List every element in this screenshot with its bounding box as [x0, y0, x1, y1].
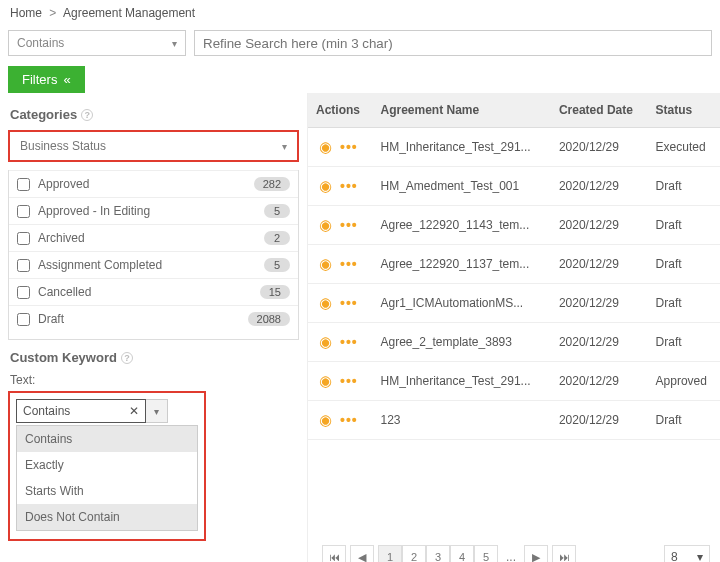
categories-title: Categories ?	[10, 107, 299, 122]
more-actions-icon[interactable]: •••	[340, 139, 358, 155]
search-mode-value: Contains	[17, 36, 64, 50]
more-actions-icon[interactable]: •••	[340, 295, 358, 311]
more-actions-icon[interactable]: •••	[340, 334, 358, 350]
page-next-button[interactable]: ▶	[524, 545, 548, 562]
help-icon[interactable]: ?	[81, 109, 93, 121]
view-icon[interactable]: ◉	[316, 333, 334, 351]
cell-date: 2020/12/29	[551, 167, 648, 206]
table-row[interactable]: ◉•••Agr1_ICMAutomationMS...2020/12/29Dra…	[308, 284, 720, 323]
category-label: Approved	[38, 177, 246, 191]
cell-status: Draft	[648, 206, 720, 245]
filters-label: Filters	[22, 72, 57, 87]
view-icon[interactable]: ◉	[316, 255, 334, 273]
keyword-option[interactable]: Does Not Contain	[17, 504, 197, 530]
category-field-select[interactable]: Business Status ▾	[8, 130, 299, 162]
cell-name[interactable]: Agree_122920_1143_tem...	[372, 206, 550, 245]
cell-status: Executed	[648, 128, 720, 167]
keyword-mode-value: Contains	[23, 404, 70, 418]
view-icon[interactable]: ◉	[316, 216, 334, 234]
keyword-option[interactable]: Exactly	[17, 452, 197, 478]
category-checkbox[interactable]	[17, 178, 30, 191]
search-input[interactable]	[194, 30, 712, 56]
keyword-mode-textbox[interactable]: Contains ✕	[16, 399, 146, 423]
category-label: Assignment Completed	[38, 258, 256, 272]
content-area: Actions Agreement Name Created Date Stat…	[308, 93, 720, 562]
table-row[interactable]: ◉•••1232020/12/29Draft	[308, 401, 720, 440]
table-row[interactable]: ◉•••Agree_122920_1137_tem...2020/12/29Dr…	[308, 245, 720, 284]
cell-name[interactable]: 123	[372, 401, 550, 440]
category-checkbox[interactable]	[17, 232, 30, 245]
more-actions-icon[interactable]: •••	[340, 217, 358, 233]
help-icon[interactable]: ?	[121, 352, 133, 364]
cell-date: 2020/12/29	[551, 245, 648, 284]
table-row[interactable]: ◉•••Agree_122920_1143_tem...2020/12/29Dr…	[308, 206, 720, 245]
page-size-select[interactable]: 8 ▾	[664, 545, 710, 562]
page-number-button[interactable]: 1	[378, 545, 402, 562]
breadcrumb-home[interactable]: Home	[10, 6, 42, 20]
category-option[interactable]: Approved282	[9, 170, 298, 197]
category-option[interactable]: Approved - In Editing5	[9, 197, 298, 224]
col-date[interactable]: Created Date	[551, 93, 648, 128]
breadcrumb-current[interactable]: Agreement Management	[63, 6, 195, 20]
cell-name[interactable]: Agree_2_template_3893	[372, 323, 550, 362]
cell-date: 2020/12/29	[551, 206, 648, 245]
view-icon[interactable]: ◉	[316, 372, 334, 390]
category-checkbox[interactable]	[17, 286, 30, 299]
search-mode-select[interactable]: Contains ▾	[8, 30, 186, 56]
page-number-button[interactable]: 5	[474, 545, 498, 562]
cell-name[interactable]: HM_Inheritance_Test_291...	[372, 362, 550, 401]
chevron-down-icon: ▾	[172, 38, 177, 49]
category-option[interactable]: Draft2088	[9, 305, 298, 332]
page-number-button[interactable]: 4	[450, 545, 474, 562]
category-count: 2	[264, 231, 290, 245]
category-checkbox[interactable]	[17, 205, 30, 218]
category-options-list[interactable]: Approved282Approved - In Editing5Archive…	[8, 170, 299, 340]
category-checkbox[interactable]	[17, 259, 30, 272]
cell-name[interactable]: HM_Inheritance_Test_291...	[372, 128, 550, 167]
keyword-dropdown-button[interactable]: ▾	[146, 399, 168, 423]
more-actions-icon[interactable]: •••	[340, 412, 358, 428]
table-row[interactable]: ◉•••HM_Inheritance_Test_291...2020/12/29…	[308, 362, 720, 401]
page-first-button[interactable]: ⏮	[322, 545, 346, 562]
page-prev-button[interactable]: ◀	[350, 545, 374, 562]
keyword-option[interactable]: Starts With	[17, 478, 197, 504]
view-icon[interactable]: ◉	[316, 294, 334, 312]
cell-date: 2020/12/29	[551, 323, 648, 362]
view-icon[interactable]: ◉	[316, 177, 334, 195]
category-count: 282	[254, 177, 290, 191]
category-option[interactable]: Cancelled15	[9, 278, 298, 305]
keyword-mode-input: Contains ✕ ▾	[16, 399, 198, 423]
col-status[interactable]: Status	[648, 93, 720, 128]
more-actions-icon[interactable]: •••	[340, 373, 358, 389]
chevron-down-icon: ▾	[282, 141, 287, 152]
view-icon[interactable]: ◉	[316, 411, 334, 429]
category-checkbox[interactable]	[17, 313, 30, 326]
cell-status: Draft	[648, 284, 720, 323]
keyword-option[interactable]: Contains	[17, 426, 197, 452]
filters-toggle-button[interactable]: Filters «	[8, 66, 85, 93]
category-option[interactable]: Archived2	[9, 224, 298, 251]
cell-name[interactable]: Agree_122920_1137_tem...	[372, 245, 550, 284]
cell-name[interactable]: Agr1_ICMAutomationMS...	[372, 284, 550, 323]
results-table: Actions Agreement Name Created Date Stat…	[308, 93, 720, 440]
more-actions-icon[interactable]: •••	[340, 178, 358, 194]
clear-icon[interactable]: ✕	[129, 404, 139, 418]
category-option[interactable]: Assignment Completed5	[9, 251, 298, 278]
cell-name[interactable]: HM_Amedment_Test_001	[372, 167, 550, 206]
category-label: Archived	[38, 231, 256, 245]
cell-status: Draft	[648, 245, 720, 284]
cell-status: Draft	[648, 401, 720, 440]
table-row[interactable]: ◉•••HM_Amedment_Test_0012020/12/29Draft	[308, 167, 720, 206]
breadcrumb: Home > Agreement Management	[0, 0, 720, 26]
table-row[interactable]: ◉•••HM_Inheritance_Test_291...2020/12/29…	[308, 128, 720, 167]
page-last-button[interactable]: ⏭	[552, 545, 576, 562]
more-actions-icon[interactable]: •••	[340, 256, 358, 272]
col-actions[interactable]: Actions	[308, 93, 372, 128]
view-icon[interactable]: ◉	[316, 138, 334, 156]
col-name[interactable]: Agreement Name	[372, 93, 550, 128]
cell-date: 2020/12/29	[551, 284, 648, 323]
category-count: 2088	[248, 312, 290, 326]
table-row[interactable]: ◉•••Agree_2_template_38932020/12/29Draft	[308, 323, 720, 362]
page-number-button[interactable]: 3	[426, 545, 450, 562]
page-number-button[interactable]: 2	[402, 545, 426, 562]
